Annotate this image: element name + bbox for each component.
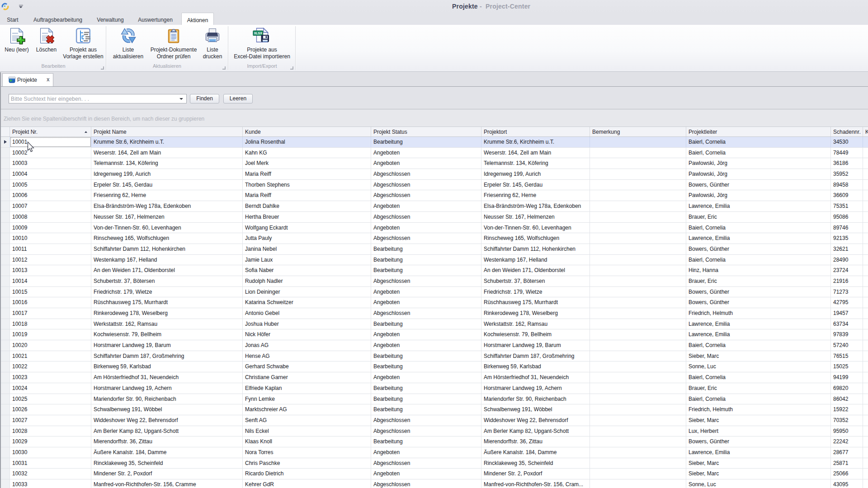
svg-text:XLSX: XLSX (254, 32, 262, 35)
